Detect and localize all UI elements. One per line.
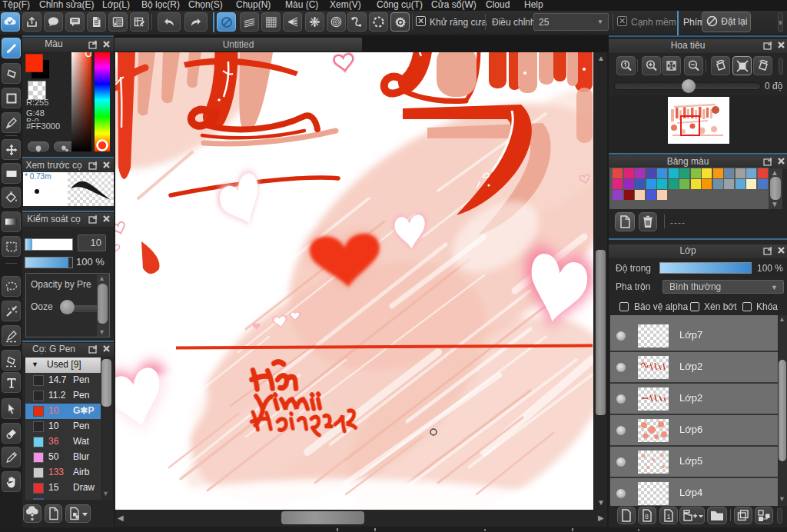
- svg-text:1: 1: [667, 513, 671, 520]
- svg-text:8: 8: [645, 513, 649, 520]
